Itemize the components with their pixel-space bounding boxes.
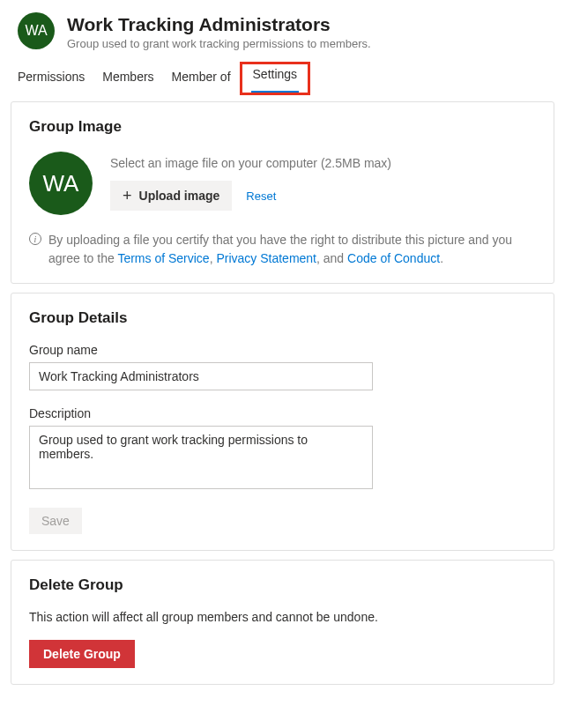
upload-hint: Select an image file on your computer (2… [110, 156, 391, 170]
disclaimer-suffix: . [440, 251, 443, 265]
group-avatar-large: WA [29, 152, 93, 215]
upload-image-label: Upload image [139, 189, 220, 203]
delete-group-button[interactable]: Delete Group [29, 640, 135, 668]
code-of-conduct-link[interactable]: Code of Conduct [347, 251, 440, 265]
disclaimer-row: i By uploading a file you certify that y… [29, 231, 536, 267]
image-actions: Select an image file on your computer (2… [110, 156, 391, 211]
tab-member-of[interactable]: Member of [163, 64, 240, 93]
group-name-field: Group name [29, 343, 536, 390]
tab-bar: Permissions Members Member of Settings [0, 56, 565, 93]
group-image-card: Group Image WA Select an image file on y… [11, 101, 554, 284]
save-button[interactable]: Save [29, 508, 82, 534]
tab-settings[interactable]: Settings [240, 62, 311, 95]
header-text: Work Tracking Administrators Group used … [67, 12, 371, 50]
terms-of-service-link[interactable]: Terms of Service [117, 251, 209, 265]
group-image-heading: Group Image [29, 118, 536, 136]
tab-permissions[interactable]: Permissions [18, 64, 93, 93]
delete-warning: This action will affect all group member… [29, 610, 536, 624]
sep2: , and [316, 251, 347, 265]
group-name-input[interactable] [29, 362, 373, 390]
plus-icon: + [123, 188, 132, 204]
description-input[interactable]: Group used to grant work tracking permis… [29, 426, 373, 489]
info-icon: i [29, 233, 41, 245]
page-header: WA Work Tracking Administrators Group us… [0, 0, 565, 56]
upload-disclaimer: By uploading a file you certify that you… [48, 231, 536, 267]
group-avatar: WA [18, 12, 55, 49]
group-details-card: Group Details Group name Description Gro… [11, 293, 554, 551]
tab-members[interactable]: Members [93, 64, 162, 93]
image-row: WA Select an image file on your computer… [29, 152, 536, 215]
group-name-label: Group name [29, 343, 536, 357]
description-field: Description Group used to grant work tra… [29, 406, 536, 492]
reset-link[interactable]: Reset [246, 189, 276, 203]
delete-group-card: Delete Group This action will affect all… [11, 560, 554, 685]
page-subtitle: Group used to grant work tracking permis… [67, 37, 371, 50]
delete-group-heading: Delete Group [29, 576, 536, 594]
upload-image-button[interactable]: + Upload image [110, 181, 232, 211]
description-label: Description [29, 406, 536, 420]
action-row: + Upload image Reset [110, 181, 391, 211]
group-details-heading: Group Details [29, 309, 536, 327]
privacy-statement-link[interactable]: Privacy Statement [216, 251, 316, 265]
page-title: Work Tracking Administrators [67, 12, 371, 36]
